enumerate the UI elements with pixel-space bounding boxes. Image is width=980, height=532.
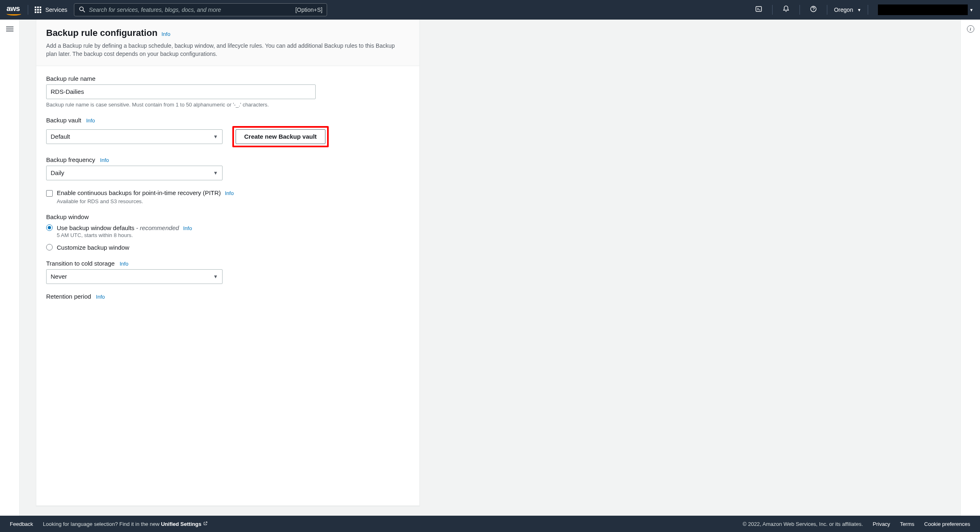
search-input[interactable] (89, 7, 295, 13)
window-customize-label: Customize backup window (57, 244, 129, 251)
search-shortcut: [Option+S] (295, 7, 323, 13)
frequency-info-link[interactable]: Info (100, 157, 109, 163)
notifications-icon[interactable] (779, 5, 793, 14)
console-footer: Feedback Looking for language selection?… (0, 516, 980, 532)
window-customize-radio[interactable] (46, 244, 53, 250)
privacy-link[interactable]: Privacy (873, 521, 890, 527)
sidebar-toggle-icon[interactable] (6, 25, 13, 33)
highlight-annotation: Create new Backup vault (232, 126, 329, 147)
rule-name-input[interactable] (46, 84, 316, 99)
window-defaults-radio[interactable] (46, 224, 53, 231)
divider (827, 5, 827, 15)
chevron-down-icon: ▼ (857, 8, 861, 12)
chevron-down-icon: ▼ (213, 134, 218, 140)
terms-link[interactable]: Terms (900, 521, 914, 527)
cloudshell-icon[interactable] (752, 5, 766, 14)
window-defaults-label: Use backup window defaults (57, 224, 134, 231)
rule-name-hint: Backup rule name is case sensitive. Must… (46, 102, 410, 108)
svg-line-1 (83, 10, 85, 12)
cold-select-value: Never (51, 273, 67, 280)
top-nav: aws Services [Option+S] Oregon ▼ ▼ (0, 0, 980, 20)
create-vault-button[interactable]: Create new Backup vault (236, 129, 325, 144)
services-grid-icon (35, 7, 41, 13)
info-panel-toggle-icon[interactable]: i (967, 25, 974, 33)
footer-copyright: © 2022, Amazon Web Services, Inc. or its… (743, 521, 863, 527)
retention-info-link[interactable]: Info (96, 294, 105, 300)
chevron-down-icon: ▼ (969, 8, 973, 12)
frequency-label: Backup frequency (46, 156, 95, 163)
rule-name-label: Backup rule name (46, 75, 96, 82)
account-menu[interactable]: ▼ (875, 4, 973, 15)
divider (772, 5, 773, 15)
panel-title: Backup rule configuration (46, 28, 158, 38)
cold-label: Transition to cold storage (46, 260, 115, 267)
field-backup-window: Backup window Use backup window defaults… (46, 213, 410, 251)
create-vault-button-label: Create new Backup vault (244, 133, 317, 140)
divider (868, 5, 868, 15)
vault-select[interactable]: Default ▼ (46, 129, 223, 144)
cold-select[interactable]: Never ▼ (46, 269, 223, 284)
window-label: Backup window (46, 213, 89, 220)
field-rule-name: Backup rule name Backup rule name is cas… (46, 75, 410, 108)
services-label: Services (45, 7, 67, 13)
footer-language-prompt: Looking for language selection? Find it … (43, 521, 208, 527)
account-id-redacted (878, 4, 968, 15)
cold-info-link[interactable]: Info (120, 261, 129, 267)
pitr-info-link[interactable]: Info (225, 190, 234, 196)
panel-header: Backup rule configuration Info Add a Bac… (36, 20, 419, 66)
pitr-hint: Available for RDS and S3 resources. (57, 198, 410, 204)
retention-label: Retention period (46, 293, 91, 300)
window-defaults-info-link[interactable]: Info (183, 225, 192, 231)
frequency-select[interactable]: Daily ▼ (46, 166, 223, 180)
chevron-down-icon: ▼ (213, 170, 218, 176)
field-cold-storage: Transition to cold storage Info Never ▼ (46, 260, 410, 284)
window-defaults-recommended: - recommended (136, 224, 179, 231)
field-frequency: Backup frequency Info Daily ▼ (46, 156, 410, 180)
frequency-select-value: Daily (51, 169, 64, 176)
panel-description: Add a Backup rule by defining a backup s… (46, 42, 405, 58)
region-selector[interactable]: Oregon ▼ (834, 7, 861, 13)
panel-info-link[interactable]: Info (161, 31, 170, 37)
region-label: Oregon (834, 7, 853, 13)
unified-settings-link[interactable]: Unified Settings (161, 521, 208, 527)
help-icon[interactable] (806, 5, 820, 14)
global-search[interactable]: [Option+S] (74, 3, 327, 16)
cookie-preferences-link[interactable]: Cookie preferences (924, 521, 970, 527)
search-icon (78, 6, 86, 14)
left-rail (0, 20, 20, 516)
vault-label: Backup vault (46, 117, 81, 124)
external-link-icon (203, 521, 208, 527)
divider (28, 5, 28, 15)
window-defaults-hint: 5 AM UTC, starts within 8 hours. (57, 232, 410, 238)
field-pitr: Enable continuous backups for point-in-t… (46, 189, 410, 204)
vault-select-value: Default (51, 133, 70, 140)
services-menu[interactable]: Services (35, 7, 67, 13)
svg-point-0 (80, 7, 83, 11)
field-retention: Retention period Info (46, 293, 410, 300)
aws-logo[interactable]: aws (7, 4, 21, 16)
pitr-checkbox[interactable] (46, 190, 53, 197)
pitr-label: Enable continuous backups for point-in-t… (57, 189, 221, 196)
divider (800, 5, 800, 15)
vault-info-link[interactable]: Info (86, 117, 95, 124)
feedback-link[interactable]: Feedback (10, 521, 33, 527)
field-backup-vault: Backup vault Info Default ▼ Create new B… (46, 117, 410, 147)
chevron-down-icon: ▼ (213, 274, 218, 279)
right-rail: i (960, 20, 980, 516)
main-content: Backup rule configuration Info Add a Bac… (20, 20, 960, 516)
backup-rule-panel: Backup rule configuration Info Add a Bac… (36, 20, 420, 506)
